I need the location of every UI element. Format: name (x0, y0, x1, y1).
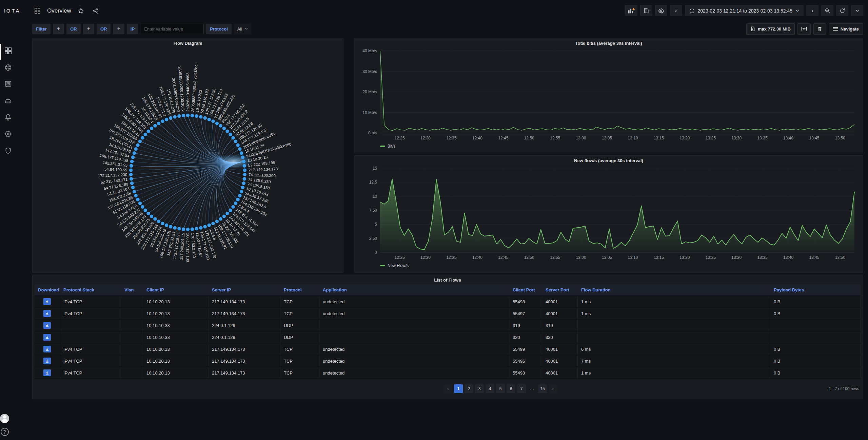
table-cell: 217.149.134.173 (209, 308, 280, 319)
or-variable-label-1[interactable]: OR (66, 24, 81, 34)
flow-diagram-title[interactable]: Flow Diagram (33, 38, 343, 47)
table-cell (121, 320, 143, 331)
svg-text:12:50: 12:50 (524, 136, 534, 140)
column-header-vlan[interactable]: Vlan (121, 284, 143, 295)
svg-text:2.50: 2.50 (369, 236, 377, 241)
column-header-protocol-stack[interactable]: Protocol Stack (60, 284, 121, 295)
page-button-4[interactable]: 4 (486, 384, 494, 393)
filter-variable-label[interactable]: Filter (32, 24, 51, 34)
svg-text:13:45: 13:45 (809, 255, 819, 260)
table-cell: 10.10.20.13 (143, 296, 209, 307)
column-header-payload-bytes[interactable]: Payload Bytes (770, 284, 861, 295)
table-cell: 217.149.134.173 (209, 356, 280, 366)
refresh-button[interactable] (836, 5, 848, 16)
flow-node-label: 108.177.119.139 (186, 233, 190, 262)
settings-gear-icon[interactable] (655, 5, 667, 16)
save-dashboard-button[interactable] (640, 5, 652, 16)
total-bits-chart[interactable]: 12:2512:3012:3512:4012:4512:5012:5513:00… (355, 47, 860, 142)
column-header-client-port[interactable]: Client Port (509, 284, 542, 295)
sidebar-item-device[interactable] (0, 96, 16, 106)
page-button-7[interactable]: 7 (517, 384, 526, 393)
list-of-flows-title[interactable]: List of Flows (33, 275, 863, 284)
add-panel-button[interactable] (625, 5, 637, 16)
table-row: IPv4 TCP10.10.20.13217.149.134.173TCPund… (35, 296, 861, 308)
table-cell: 320 (542, 332, 578, 343)
refresh-interval-dropdown[interactable] (851, 5, 863, 16)
table-cell (60, 332, 121, 343)
share-icon[interactable] (91, 6, 101, 16)
time-shift-forward-button[interactable]: › (806, 5, 818, 16)
time-shift-back-button[interactable]: ‹ (670, 5, 682, 16)
svg-text:7.50: 7.50 (369, 208, 377, 213)
download-button[interactable] (43, 310, 51, 317)
sidebar-item-dashboards[interactable] (0, 46, 16, 56)
top-nav: IOTA Overview ‹ 2023-02-03 12:21:14 to 2… (0, 0, 868, 21)
table-header-row: DownloadProtocol StackVlanClient IPServe… (35, 284, 861, 296)
page-button-1[interactable]: 1 (454, 384, 463, 393)
column-header-protocol[interactable]: Protocol (280, 284, 319, 295)
new-flows-chart[interactable]: 12:2512:3012:3512:4012:4512:5012:5513:00… (355, 165, 860, 261)
page-button-5[interactable]: 5 (496, 384, 505, 393)
add-filter-button[interactable]: + (53, 24, 64, 34)
total-bits-title[interactable]: Total bit/s (average 30s interval) (355, 38, 863, 47)
max-size-button[interactable]: max 772.30 MiB (746, 23, 795, 35)
svg-text:30 Mb/s: 30 Mb/s (362, 69, 377, 74)
table-cell (770, 332, 861, 343)
sidebar-item-alerts-bell[interactable] (0, 112, 16, 122)
table-cell (121, 344, 143, 355)
table-cell: 7 ms (578, 356, 770, 366)
download-button[interactable] (43, 334, 51, 341)
page-button-6[interactable]: 6 (507, 384, 515, 393)
column-header-download[interactable]: Download (35, 284, 60, 295)
delete-button[interactable] (813, 23, 826, 35)
page-next-button[interactable]: › (549, 384, 557, 393)
column-header-application[interactable]: Application (319, 284, 509, 295)
sidebar-item-vault[interactable] (0, 79, 16, 89)
ip-variable-input[interactable] (141, 24, 204, 34)
column-header-client-ip[interactable]: Client IP (143, 284, 209, 295)
add-or-button-2[interactable]: + (113, 24, 124, 34)
page-button-15[interactable]: 15 (538, 384, 547, 393)
add-or-button-1[interactable]: + (83, 24, 94, 34)
page-button-3[interactable]: 3 (475, 384, 484, 393)
page-button-2[interactable]: 2 (465, 384, 473, 393)
download-button[interactable] (43, 369, 51, 376)
svg-text:10 Mb/s: 10 Mb/s (362, 110, 377, 115)
user-avatar[interactable] (0, 414, 9, 423)
table-cell (121, 332, 143, 343)
table-cell: 319 (542, 320, 578, 331)
download-icon (45, 300, 49, 304)
fit-width-button[interactable] (797, 23, 811, 35)
download-button[interactable] (43, 358, 51, 364)
column-header-server-port[interactable]: Server Port (542, 284, 578, 295)
sidebar-item-config-gear[interactable] (0, 129, 16, 139)
svg-text:12:35: 12:35 (446, 136, 456, 140)
page-prev-button[interactable]: ‹ (443, 384, 452, 393)
column-header-flow-duration[interactable]: Flow Duration (578, 284, 770, 295)
download-button[interactable] (43, 298, 51, 305)
help-icon[interactable]: ? (1, 428, 9, 436)
svg-text:12:45: 12:45 (498, 136, 508, 140)
protocol-select[interactable]: All (234, 24, 251, 34)
svg-text:40 Mb/s: 40 Mb/s (362, 49, 377, 53)
time-range-picker[interactable]: 2023-02-03 12:21:14 to 2023-02-03 13:52:… (685, 5, 804, 16)
total-bits-legend[interactable]: Bit/s (355, 144, 863, 149)
star-icon[interactable] (76, 6, 86, 16)
column-header-server-ip[interactable]: Server IP (209, 284, 280, 295)
new-flows-title[interactable]: New flow/s (average 30s interval) (355, 156, 863, 165)
download-cell (35, 296, 60, 307)
table-cell: 10.10.20.13 (143, 308, 209, 319)
table-cell (121, 296, 143, 307)
table-cell: 1 ms (578, 367, 770, 378)
sidebar-item-admin-shield[interactable] (0, 146, 16, 156)
new-flows-panel: New flow/s (average 30s interval) 12:251… (354, 155, 863, 273)
download-icon (45, 323, 49, 327)
sidebar-item-aperture[interactable] (0, 62, 16, 73)
download-button[interactable] (43, 346, 51, 352)
or-variable-label-2[interactable]: OR (97, 24, 111, 34)
flow-diagram-chart[interactable]: 2a02:6ea0:d405::99932605:9880:400:c3:254… (33, 47, 343, 271)
new-flows-legend[interactable]: New Flow/s (355, 263, 863, 268)
navigate-button[interactable]: Navigate (829, 23, 863, 35)
download-button[interactable] (43, 322, 51, 329)
zoom-out-button[interactable] (821, 5, 833, 16)
